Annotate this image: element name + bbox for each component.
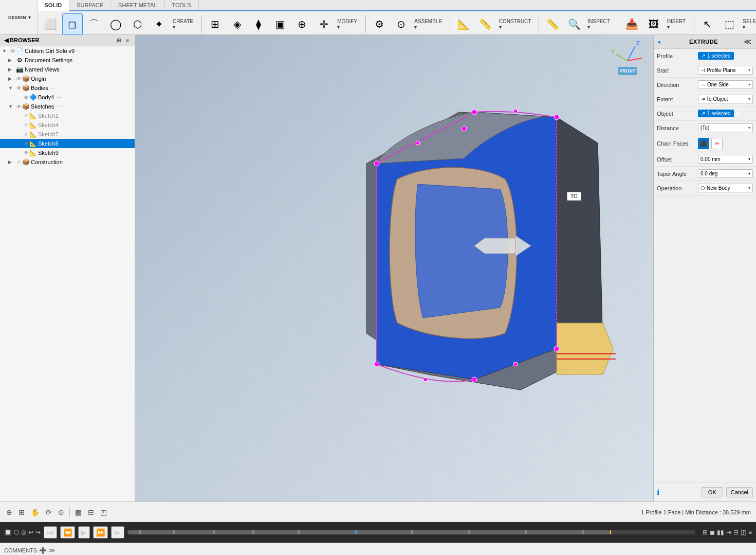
move-btn[interactable]: ✛ <box>314 13 334 35</box>
perspective-icon[interactable]: ◰ <box>99 507 108 517</box>
display-mode-icon[interactable]: ▦ <box>74 507 83 517</box>
body4-vis[interactable]: 👁 <box>24 95 29 100</box>
joint-btn[interactable]: ⚙ <box>369 13 390 35</box>
browser-expand-btn[interactable]: ⊞ <box>115 37 122 44</box>
tl-right-icon1[interactable]: ⊞ <box>703 529 708 536</box>
loft-btn[interactable]: ⬡ <box>127 13 148 35</box>
tree-item-doc-settings[interactable]: ⚙ Document Settings <box>0 56 135 65</box>
design-menu-button[interactable]: DESIGN ▾ <box>0 0 38 34</box>
grid-vis-icon[interactable]: ⊟ <box>87 507 95 517</box>
tl-skip-end-btn[interactable]: ⏭ <box>111 526 124 539</box>
extrude-close-btn[interactable]: ≪ <box>744 38 752 46</box>
orbit-icon[interactable]: ⟳ <box>45 507 53 517</box>
distance-dropdown[interactable]: (To) ▾ <box>698 123 753 132</box>
insert-img-btn[interactable]: 🖼 <box>643 13 663 35</box>
extent-dropdown[interactable]: ⇥ To Object ▾ <box>698 95 753 103</box>
tl-right-icon6[interactable]: ◫ <box>741 529 746 536</box>
tree-item-construction[interactable]: 👁 📦 Construction <box>0 157 135 167</box>
insert-svg-btn[interactable]: 📥 <box>621 13 642 35</box>
tree-item-origin[interactable]: 👁 📦 Origin <box>0 74 135 83</box>
sketch7-vis[interactable]: 👁 <box>24 132 29 137</box>
object-clear-btn[interactable]: ✕ <box>734 110 741 117</box>
tl-right-icon4[interactable]: ⇥ <box>726 529 731 536</box>
midplane-btn[interactable]: 📏 <box>475 13 495 35</box>
select-dropdown[interactable]: SELECT ▾ <box>741 19 756 30</box>
assemble-btn[interactable]: ⊙ <box>391 13 411 35</box>
tl-right-icon5[interactable]: ⊟ <box>733 529 739 536</box>
snap-icon[interactable]: ⊕ <box>5 507 13 517</box>
tree-item-sketch9[interactable]: 👁 📐 Sketch9 <box>0 148 135 157</box>
tl-prev-btn[interactable]: ⏪ <box>60 526 75 539</box>
fillet-btn[interactable]: ◈ <box>227 13 247 35</box>
tl-next-btn[interactable]: ⏩ <box>93 526 108 539</box>
direction-dropdown[interactable]: → One Side ▾ <box>698 80 753 89</box>
sweep-btn[interactable]: ◯ <box>105 13 126 35</box>
extrude-btn[interactable]: ◻ <box>62 13 83 35</box>
tl-right-icon3[interactable]: ▮▮ <box>717 529 724 536</box>
construct-dropdown[interactable]: CONSTRUCT ▾ <box>497 19 536 30</box>
rib-btn[interactable]: ✦ <box>149 13 170 35</box>
profile-clear-btn[interactable]: ✕ <box>734 52 741 60</box>
tree-item-sketch8[interactable]: 👁 📐 Sketch8 <box>0 139 135 148</box>
tab-surface[interactable]: SURFACE <box>69 0 111 10</box>
browser-options-btn[interactable]: ≡ <box>124 37 131 44</box>
cancel-button[interactable]: Cancel <box>726 487 753 497</box>
tree-item-sketch1[interactable]: 👁 📐 Sketch1 <box>0 111 135 120</box>
tl-play-btn[interactable]: ▶ <box>78 526 90 539</box>
grid-icon[interactable]: ⊞ <box>17 507 26 517</box>
zoom-icon[interactable]: ⊙ <box>57 507 65 517</box>
offset-plane-btn[interactable]: 📐 <box>453 13 474 35</box>
assemble-dropdown[interactable]: ASSEMBLE ▾ <box>412 19 447 30</box>
construction-vis[interactable]: 👁 <box>16 159 22 165</box>
origin-vis[interactable]: 👁 <box>16 76 22 82</box>
viewport[interactable]: Z Y FRONT <box>135 35 653 502</box>
sketch9-vis[interactable]: 👁 <box>24 150 29 156</box>
press-pull-btn[interactable]: ⊞ <box>205 13 226 35</box>
comments-add-btn[interactable]: ➕ <box>39 547 47 554</box>
chain-faces-on-btn[interactable]: ⬛ <box>698 138 709 149</box>
sketches-vis[interactable]: 👁 <box>16 104 22 110</box>
modify-dropdown[interactable]: MODIFY ▾ <box>335 19 362 30</box>
interference-btn[interactable]: 🔍 <box>564 13 584 35</box>
tl-right-icon7[interactable]: ≡ <box>748 529 752 536</box>
info-btn[interactable]: ℹ <box>657 488 659 496</box>
tree-item-sketches[interactable]: 👁 📦 Sketches ⋯ <box>0 102 135 111</box>
operation-dropdown[interactable]: ⬡ New Body ▾ <box>698 184 753 192</box>
status-bar: ⊕ ⊞ ✋ ⟳ ⊙ ▦ ⊟ ◰ 1 Profile 1 Face | Min D… <box>0 502 756 522</box>
select-btn[interactable]: ↖ <box>697 13 718 35</box>
tree-item-bodies[interactable]: 👁 📦 Bodies ⋯ <box>0 83 135 93</box>
tl-skip-start-btn[interactable]: ⏮ <box>44 526 57 539</box>
shell-btn[interactable]: ▣ <box>270 13 290 35</box>
bodies-vis[interactable]: 👁 <box>16 85 22 91</box>
root-vis[interactable]: 👁 <box>10 48 15 54</box>
sketch4-vis[interactable]: 👁 <box>24 122 29 128</box>
sketch1-vis[interactable]: 👁 <box>24 113 29 119</box>
tree-item-root[interactable]: 👁 📄 Cubism Girl Solo v9 ⋯ <box>0 46 135 56</box>
comments-expand-btn[interactable]: ≫ <box>49 547 56 554</box>
insert-dropdown[interactable]: INSERT ▾ <box>665 19 691 30</box>
tree-item-body4[interactable]: 👁 🔷 Body4 ⋯ <box>0 93 135 102</box>
tree-item-named-views[interactable]: 📷 Named Views <box>0 65 135 74</box>
revolve-btn[interactable]: ⌒ <box>84 13 104 35</box>
tab-solid[interactable]: SOLID <box>38 0 70 11</box>
tree-item-sketch4[interactable]: 👁 📐 Sketch4 <box>0 120 135 130</box>
object-select-btn[interactable]: ↗ 1 selected <box>698 110 734 117</box>
pan-icon[interactable]: ✋ <box>30 507 41 517</box>
combine-btn[interactable]: ⊕ <box>292 13 312 35</box>
chain-faces-off-btn[interactable]: ✏ <box>711 138 723 149</box>
tl-right-icon2[interactable]: ◼ <box>710 529 715 536</box>
profile-select-btn[interactable]: ↗ 1 selected <box>698 52 734 60</box>
start-dropdown[interactable]: ⊣ Profile Plane ▾ <box>698 66 753 75</box>
tree-item-sketch7[interactable]: 👁 📐 Sketch7 <box>0 130 135 139</box>
chamfer-btn[interactable]: ⧫ <box>248 13 269 35</box>
inspect-dropdown[interactable]: INSPECT ▾ <box>585 19 615 30</box>
window-select-btn[interactable]: ⬚ <box>719 13 740 35</box>
measure-btn[interactable]: 📏 <box>542 13 563 35</box>
tab-sheet-metal[interactable]: SHEET METAL <box>111 0 164 10</box>
ok-button[interactable]: OK <box>702 487 723 497</box>
create-dropdown[interactable]: CREATE ▾ <box>171 19 198 30</box>
sketch8-vis[interactable]: 👁 <box>24 141 29 147</box>
tab-tools[interactable]: TOOLS <box>165 0 199 10</box>
new-body-btn[interactable]: ⬜ <box>41 13 61 35</box>
timeline-track[interactable] <box>127 530 695 534</box>
